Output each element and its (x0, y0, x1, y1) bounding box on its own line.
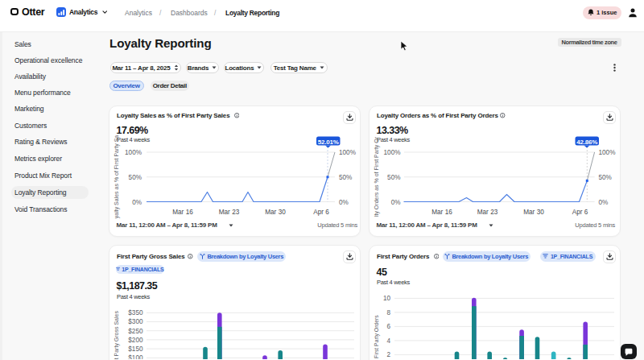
svg-text:0%: 0% (599, 198, 609, 205)
svg-text:$250: $250 (128, 328, 143, 335)
svg-text:$150: $150 (128, 346, 143, 353)
svg-text:8: 8 (386, 309, 390, 317)
svg-text:Apr 6: Apr 6 (313, 208, 329, 215)
svg-text:First Party Gross Sales: First Party Gross Sales (114, 311, 120, 359)
svg-text:$100: $100 (128, 354, 143, 359)
svg-text:0%: 0% (132, 198, 142, 205)
svg-text:10: 10 (383, 295, 391, 302)
svg-text:50%: 50% (129, 173, 142, 180)
svg-text:50%: 50% (599, 173, 612, 180)
svg-text:Mar 30: Mar 30 (523, 208, 544, 215)
svg-text:2: 2 (386, 351, 390, 358)
svg-text:Mar 16: Mar 16 (172, 208, 193, 215)
svg-text:Apr 6: Apr 6 (572, 208, 588, 215)
svg-text:100%: 100% (384, 149, 401, 156)
svg-text:$350: $350 (128, 309, 143, 317)
svg-text:4: 4 (386, 337, 390, 345)
svg-text:50%: 50% (339, 173, 352, 180)
svg-text:Mar 23: Mar 23 (219, 208, 240, 215)
svg-text:100%: 100% (125, 149, 142, 156)
svg-text:yalty Sales as % of First Part: yalty Sales as % of First Party Sa (114, 134, 120, 218)
svg-text:First Party Orders: First Party Orders (374, 315, 380, 358)
svg-text:Mar 16: Mar 16 (431, 208, 452, 215)
svg-text:100%: 100% (599, 149, 616, 156)
svg-text:50%: 50% (387, 173, 400, 180)
svg-text:42.86%: 42.86% (576, 138, 597, 145)
svg-text:Mar 30: Mar 30 (265, 208, 286, 215)
svg-text:Mar 23: Mar 23 (477, 208, 498, 215)
svg-text:0%: 0% (339, 198, 349, 205)
svg-text:0%: 0% (391, 198, 401, 205)
svg-text:lty Orders as % of First Party: lty Orders as % of First Party Or (374, 136, 380, 217)
svg-text:6: 6 (386, 323, 390, 330)
svg-text:$200: $200 (128, 337, 143, 344)
svg-text:$300: $300 (128, 318, 143, 325)
svg-text:52.01%: 52.01% (318, 138, 339, 145)
svg-text:100%: 100% (339, 149, 356, 156)
